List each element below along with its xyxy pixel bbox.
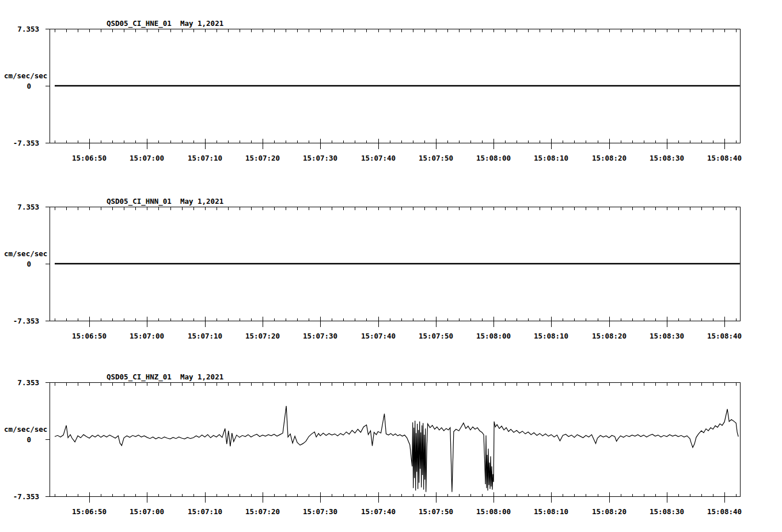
seismogram-viewer: 15:06:5015:07:0015:07:1015:07:2015:07:30… bbox=[0, 0, 782, 532]
x-axis-tick-label: 15:08:20 bbox=[592, 507, 627, 516]
y-axis-tick-label: -7.353 bbox=[13, 317, 39, 325]
y-axis-tick-label: -7.353 bbox=[13, 139, 39, 147]
x-axis-tick-label: 15:08:10 bbox=[534, 154, 568, 162]
y-axis-tick-label: 7.353 bbox=[17, 203, 39, 211]
x-axis-tick-label: 15:07:40 bbox=[361, 507, 396, 516]
panel-hne: 15:06:5015:07:0015:07:1015:07:2015:07:30… bbox=[4, 19, 742, 162]
x-axis-tick-label: 15:07:30 bbox=[303, 507, 337, 516]
x-axis-tick-label: 15:07:50 bbox=[419, 154, 453, 162]
x-axis-tick-label: 15:08:30 bbox=[650, 332, 684, 340]
x-axis-tick-label: 15:07:00 bbox=[130, 507, 164, 516]
axis-frame-hnn bbox=[45, 207, 741, 327]
y-axis-unit-label: cm/sec/sec bbox=[4, 425, 47, 434]
x-axis-tick-label: 15:07:00 bbox=[130, 332, 164, 340]
y-axis-unit-label: cm/sec/sec bbox=[4, 71, 47, 80]
y-axis-tick-label: 0 bbox=[26, 82, 31, 90]
axis-frame-hnz bbox=[45, 383, 741, 503]
x-axis-tick-label: 15:08:20 bbox=[592, 154, 627, 162]
x-axis-tick-label: 15:07:20 bbox=[245, 507, 280, 516]
x-axis-tick-label: 15:07:40 bbox=[361, 154, 396, 162]
x-axis-tick-label: 15:06:50 bbox=[72, 332, 107, 340]
x-axis-tick-label: 15:07:10 bbox=[188, 507, 222, 516]
waveform-trace-hnz bbox=[55, 406, 738, 492]
x-axis-tick-label: 15:06:50 bbox=[72, 154, 107, 162]
panel-title-hnz: QSD05_CI_HNZ_01 May 1,2021 bbox=[107, 373, 223, 382]
x-axis-tick-label: 15:07:10 bbox=[188, 332, 222, 340]
x-axis-tick-label: 15:07:50 bbox=[419, 332, 453, 340]
x-axis-tick-label: 15:08:30 bbox=[650, 154, 684, 162]
x-axis-tick-label: 15:07:30 bbox=[303, 154, 337, 162]
y-axis-unit-label: cm/sec/sec bbox=[4, 249, 47, 258]
y-axis-tick-label: 0 bbox=[26, 260, 31, 268]
x-axis-tick-label: 15:08:20 bbox=[592, 332, 627, 340]
y-axis-tick-label: 7.353 bbox=[17, 25, 39, 33]
x-axis-tick-label: 15:08:10 bbox=[534, 332, 568, 340]
x-axis-tick-label: 15:08:40 bbox=[707, 332, 742, 340]
x-axis-tick-label: 15:08:40 bbox=[707, 507, 742, 516]
x-axis-tick-label: 15:07:20 bbox=[245, 332, 280, 340]
x-axis-tick-label: 15:08:00 bbox=[476, 332, 511, 340]
panel-title-hne: QSD05_CI_HNE_01 May 1,2021 bbox=[107, 19, 223, 28]
x-axis-tick-label: 15:07:20 bbox=[245, 154, 280, 162]
x-axis-tick-label: 15:08:00 bbox=[476, 154, 511, 162]
x-axis-tick-label: 15:08:10 bbox=[534, 507, 568, 516]
seismogram-canvas: 15:06:5015:07:0015:07:1015:07:2015:07:30… bbox=[0, 0, 782, 532]
x-axis-tick-label: 15:06:50 bbox=[72, 507, 107, 516]
x-axis-tick-label: 15:07:10 bbox=[188, 154, 222, 162]
x-axis-tick-label: 15:07:40 bbox=[361, 332, 396, 340]
panel-title-hnn: QSD05_CI_HNN_01 May 1,2021 bbox=[107, 197, 223, 206]
x-axis-tick-label: 15:07:50 bbox=[419, 507, 453, 516]
y-axis-tick-label: 7.353 bbox=[17, 378, 39, 387]
x-axis-tick-label: 15:07:00 bbox=[130, 154, 164, 162]
panel-hnz: 15:06:5015:07:0015:07:1015:07:2015:07:30… bbox=[4, 373, 742, 516]
y-axis-tick-label: 0 bbox=[26, 435, 31, 444]
axis-frame-hne bbox=[45, 29, 741, 149]
x-axis-tick-label: 15:07:30 bbox=[303, 332, 337, 340]
panel-hnn: 15:06:5015:07:0015:07:1015:07:2015:07:30… bbox=[4, 197, 742, 340]
y-axis-tick-label: -7.353 bbox=[13, 492, 39, 501]
x-axis-tick-label: 15:08:00 bbox=[476, 507, 511, 516]
x-axis-tick-label: 15:08:30 bbox=[650, 507, 684, 516]
x-axis-tick-label: 15:08:40 bbox=[707, 154, 742, 162]
